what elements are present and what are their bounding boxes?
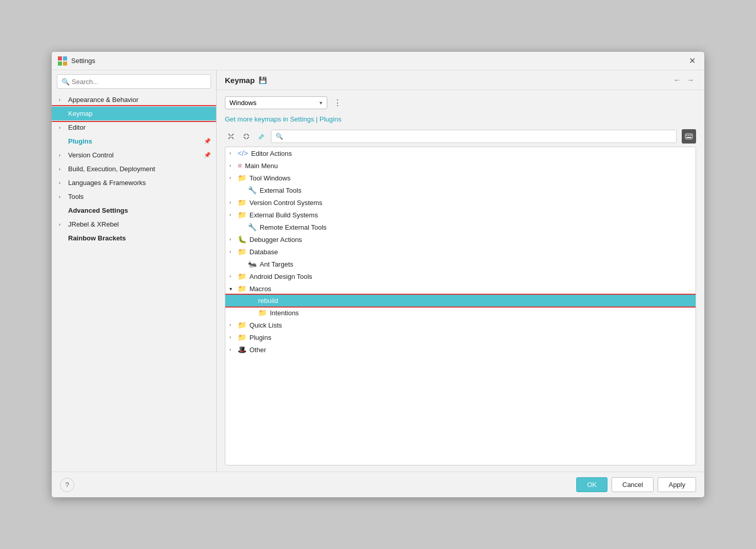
- help-icon-button[interactable]: ?: [60, 478, 74, 492]
- cancel-button[interactable]: Cancel: [612, 477, 654, 492]
- chevron-icon: ›: [229, 249, 236, 254]
- sidebar-item-plugins[interactable]: Plugins 📌: [52, 134, 216, 148]
- keyboard-shortcut-button[interactable]: [682, 129, 696, 144]
- svg-line-10: [247, 134, 249, 136]
- ok-button[interactable]: OK: [576, 477, 607, 492]
- tree-item-intentions[interactable]: 📁 Intentions: [225, 307, 696, 319]
- svg-rect-18: [687, 137, 690, 138]
- collapse-all-button[interactable]: [240, 130, 253, 143]
- sidebar-item-label: Build, Execution, Deployment: [68, 165, 155, 173]
- keymap-search-input[interactable]: [285, 133, 672, 140]
- sidebar-item-languages[interactable]: › Languages & Frameworks: [52, 176, 216, 190]
- svg-rect-16: [690, 135, 691, 136]
- keymap-section: Keymap 💾 ← → Windows macOS Default: [217, 70, 704, 472]
- folder-blue-icon: 📁: [238, 211, 246, 219]
- keymap-content: Windows macOS Default ⋮ Get more keymaps…: [217, 90, 704, 472]
- sidebar-item-label: Languages & Frameworks: [68, 179, 146, 187]
- sidebar-item-build[interactable]: › Build, Execution, Deployment: [52, 162, 216, 176]
- tree-item-label: Macros: [249, 285, 271, 293]
- save-icon[interactable]: 💾: [259, 76, 267, 84]
- tree-item-android[interactable]: › 📁 Android Design Tools: [225, 270, 696, 282]
- tree-item-database[interactable]: › 📁 Database: [225, 246, 696, 258]
- sidebar-item-label: Plugins: [68, 137, 92, 145]
- tree-item-quick-lists[interactable]: › 📁 Quick Lists: [225, 319, 696, 331]
- close-button[interactable]: ✕: [686, 55, 698, 67]
- tree-item-plugins[interactable]: › 📁 Plugins: [225, 331, 696, 343]
- sidebar-item-appearance[interactable]: › Appearance & Behavior: [52, 93, 216, 107]
- chevron-down-icon: ▾: [229, 286, 236, 292]
- sidebar-item-version-control[interactable]: › Version Control 📌: [52, 148, 216, 162]
- folder-icon: 📁: [238, 174, 246, 182]
- tree-item-editor-actions[interactable]: › </> Editor Actions: [225, 147, 696, 159]
- apply-button[interactable]: Apply: [658, 477, 696, 492]
- tree-item-label: External Tools: [260, 187, 301, 194]
- svg-line-9: [244, 137, 246, 139]
- tree-item-vcs[interactable]: › 📁 Version Control Systems: [225, 196, 696, 209]
- tree-item-build-systems[interactable]: › 📁 External Build Systems: [225, 209, 696, 221]
- chevron-icon: ›: [59, 194, 65, 199]
- wrench-icon: 🔧: [248, 223, 257, 231]
- svg-line-6: [232, 134, 234, 136]
- tree-item-label: Remote External Tools: [260, 223, 327, 231]
- wrench-icon: 🔧: [248, 186, 257, 194]
- sidebar-item-rainbow[interactable]: Rainbow Brackets: [52, 231, 216, 245]
- tree-item-main-menu[interactable]: › ≡ Main Menu: [225, 159, 696, 172]
- tree-item-tool-windows[interactable]: › 📁 Tool Windows: [225, 172, 696, 184]
- sidebar-item-jrebel[interactable]: › JRebel & XRebel: [52, 217, 216, 231]
- svg-rect-15: [688, 135, 689, 136]
- expand-all-button[interactable]: [225, 130, 237, 143]
- folder-icon: 📁: [258, 309, 267, 317]
- tree-item-label: Editor Actions: [251, 150, 292, 157]
- svg-line-7: [232, 137, 234, 139]
- settings-link[interactable]: Get more keymaps in Settings: [225, 115, 314, 123]
- pin-icon: 📌: [204, 138, 211, 145]
- sidebar-item-label: Advanced Settings: [68, 207, 128, 214]
- svg-rect-14: [686, 135, 687, 136]
- tree-item-label: Database: [249, 248, 278, 256]
- tree-item-label: Debugger Actions: [249, 236, 302, 243]
- keymap-controls: Windows macOS Default ⋮: [225, 96, 696, 109]
- footer: ? OK Cancel Apply: [52, 472, 704, 497]
- pin-icon: 📌: [204, 152, 211, 158]
- chevron-icon: ›: [229, 212, 236, 217]
- keymap-title: Keymap: [225, 76, 255, 85]
- sidebar-item-advanced[interactable]: Advanced Settings: [52, 204, 216, 217]
- tree-item-other[interactable]: › 🎩 Other: [225, 343, 696, 356]
- chevron-icon: ›: [59, 222, 65, 227]
- folder-icon: 📁: [238, 248, 246, 256]
- keymap-search-box[interactable]: 🔍: [271, 130, 677, 143]
- more-options-button[interactable]: ⋮: [331, 97, 344, 109]
- svg-line-11: [247, 137, 249, 139]
- sidebar-item-label: Version Control: [68, 151, 114, 159]
- tree-item-label: Android Design Tools: [249, 273, 312, 280]
- sidebar: 🔍 › Appearance & Behavior Keymap › Edito…: [52, 70, 217, 472]
- tree-item-label: Plugins: [249, 334, 271, 341]
- tree-item-macros[interactable]: ▾ 📁 Macros: [225, 282, 696, 295]
- chevron-icon: ›: [59, 97, 65, 103]
- sidebar-item-label: Appearance & Behavior: [68, 96, 138, 104]
- nav-back-button[interactable]: ←: [671, 74, 683, 86]
- scheme-select[interactable]: Windows macOS Default: [225, 96, 327, 109]
- sidebar-item-keymap[interactable]: Keymap: [52, 107, 216, 120]
- edit-button[interactable]: [256, 130, 268, 143]
- svg-rect-17: [686, 137, 687, 138]
- sidebar-item-editor[interactable]: › Editor: [52, 120, 216, 134]
- sidebar-search-box[interactable]: 🔍: [57, 74, 211, 89]
- chevron-icon: ›: [229, 151, 236, 156]
- plugins-link[interactable]: | Plugins: [316, 115, 342, 123]
- keymap-tree[interactable]: › </> Editor Actions › ≡ Main Menu › 📁: [225, 147, 696, 465]
- svg-rect-1: [63, 56, 67, 60]
- sidebar-item-tools[interactable]: › Tools: [52, 190, 216, 204]
- nav-forward-button[interactable]: →: [685, 74, 696, 86]
- tree-item-remote-tools[interactable]: 🔧 Remote External Tools: [225, 221, 696, 233]
- tree-item-ant-targets[interactable]: 🐜 Ant Targets: [225, 258, 696, 270]
- title-bar: Settings ✕: [52, 52, 704, 70]
- tree-item-external-tools[interactable]: 🔧 External Tools: [225, 184, 696, 196]
- tree-item-label: Main Menu: [245, 162, 278, 170]
- tree-item-rebuild[interactable]: rebuild: [225, 295, 696, 307]
- tree-item-debugger[interactable]: › 🐛 Debugger Actions: [225, 233, 696, 246]
- tree-item-label: Other: [249, 346, 266, 354]
- sidebar-search-input[interactable]: [72, 78, 206, 86]
- chevron-icon: ›: [229, 175, 236, 180]
- sidebar-item-label: JRebel & XRebel: [68, 220, 119, 228]
